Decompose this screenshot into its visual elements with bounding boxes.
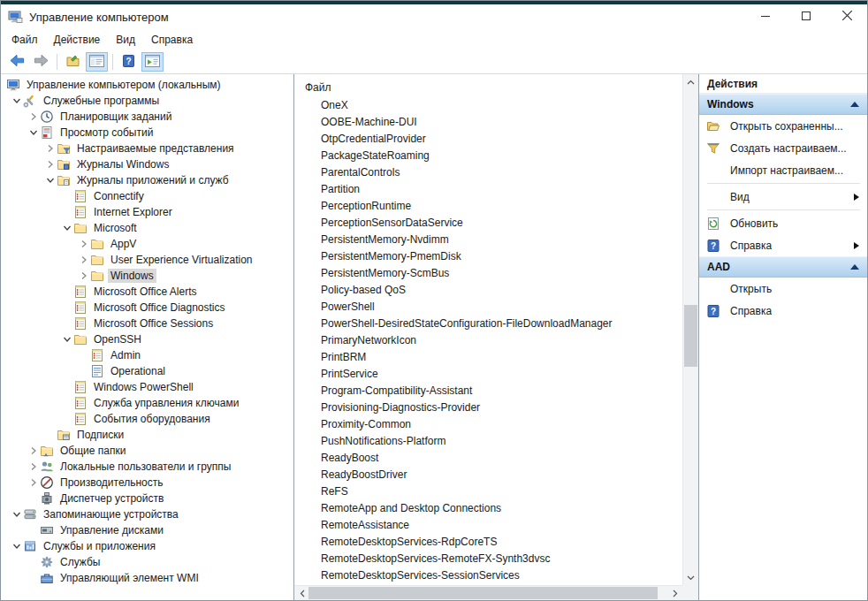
list-item[interactable]: PowerShell	[305, 299, 682, 316]
tree-item[interactable]: Планировщик заданий	[1, 109, 293, 125]
chevron-right-icon[interactable]	[77, 254, 90, 267]
list-item[interactable]: Proximity-Common	[305, 416, 682, 433]
tree-item[interactable]: Производительность	[1, 475, 293, 491]
collapse-up-icon[interactable]	[850, 102, 859, 107]
chevron-right-icon[interactable]	[43, 142, 57, 156]
chevron-right-icon[interactable]	[77, 238, 90, 251]
tree-item[interactable]: Служебные программы	[1, 93, 293, 109]
tree-item[interactable]: Служба управления ключами	[1, 395, 293, 411]
chevron-right-icon[interactable]	[27, 445, 40, 458]
list-item[interactable]: OneX	[305, 97, 682, 114]
tree-item[interactable]: Журналы приложений и служб	[1, 172, 293, 188]
maximize-button[interactable]	[786, 4, 826, 29]
console-tree-button[interactable]	[86, 52, 108, 72]
tree-item[interactable]: Microsoft Office Alerts	[1, 284, 293, 300]
chevron-down-icon[interactable]	[60, 333, 73, 346]
tree-item[interactable]: Microsoft Office Sessions	[1, 316, 293, 331]
export-list-button[interactable]	[62, 52, 84, 72]
tree-item[interactable]: Подписки	[1, 427, 293, 443]
horizontal-scroll-thumb[interactable]	[308, 587, 658, 599]
tree-item[interactable]: Общие папки	[1, 443, 293, 459]
list-item[interactable]: Provisioning-Diagnostics-Provider	[305, 399, 682, 416]
tree-item[interactable]: Microsoft	[1, 220, 293, 236]
list-item[interactable]: RemoteApp and Desktop Connections	[305, 500, 682, 517]
list-item[interactable]: RemoteAssistance	[305, 517, 682, 534]
horizontal-scrollbar[interactable]	[294, 585, 682, 600]
menu-item-3[interactable]: Справка	[143, 31, 201, 49]
list-item[interactable]: RemoteDesktopServices-RemoteFX-Synth3dvs…	[305, 551, 682, 567]
chevron-right-icon[interactable]	[27, 476, 40, 490]
list-item[interactable]: PersistentMemory-ScmBus	[305, 265, 682, 282]
scroll-down-icon[interactable]	[683, 570, 698, 585]
scroll-left-icon[interactable]	[294, 586, 309, 600]
tree-item[interactable]: События оборудования	[1, 411, 293, 427]
tree-item[interactable]: Microsoft Office Diagnostics	[1, 300, 293, 316]
list-item[interactable]: PerceptionSensorDataService	[305, 215, 682, 232]
chevron-down-icon[interactable]	[10, 508, 23, 521]
list-item[interactable]: Partition	[305, 181, 682, 198]
column-header-file[interactable]: Файл	[305, 79, 682, 97]
list-item[interactable]: PowerShell-DesiredStateConfiguration-Fil…	[305, 316, 682, 332]
list-item[interactable]: ReFS	[305, 483, 682, 500]
chevron-right-icon[interactable]	[77, 270, 90, 283]
action-item[interactable]: Импорт настраиваем...	[699, 159, 867, 181]
chevron-down-icon[interactable]	[10, 540, 23, 553]
chevron-down-icon[interactable]	[60, 222, 73, 235]
list-item[interactable]: RemoteDesktopServices-RdpCoreTS	[305, 534, 682, 551]
back-button[interactable]	[6, 52, 28, 72]
list-item[interactable]: PersistentMemory-Nvdimm	[305, 232, 682, 248]
tree-item[interactable]: OpenSSH	[1, 331, 293, 347]
tree-item[interactable]: Internet Explorer	[1, 204, 293, 220]
tree-item[interactable]: Локальные пользователи и группы	[1, 459, 293, 475]
chevron-right-icon[interactable]	[43, 158, 57, 171]
tree-item[interactable]: Настраиваемые представления	[1, 141, 293, 156]
forward-button[interactable]	[30, 52, 52, 72]
list-item[interactable]: Program-Compatibility-Assistant	[305, 383, 682, 399]
scroll-up-icon[interactable]	[683, 74, 698, 89]
tree-item[interactable]: Connectify	[1, 188, 293, 204]
list-item[interactable]: PersistentMemory-PmemDisk	[305, 248, 682, 265]
list-item[interactable]: PerceptionRuntime	[305, 198, 682, 215]
tree-item[interactable]: Службы и приложения	[1, 538, 293, 554]
menu-item-0[interactable]: Файл	[4, 31, 46, 49]
action-section-header[interactable]: AAD	[699, 256, 867, 278]
action-item[interactable]: Создать настраиваем...	[699, 137, 867, 159]
tree-item[interactable]: Admin	[1, 347, 293, 363]
chevron-down-icon[interactable]	[10, 95, 23, 108]
action-item[interactable]: Открыть сохраненны...	[699, 115, 867, 137]
tree-item[interactable]: Управление дисками	[1, 522, 293, 538]
list-item[interactable]: ReadyBoost	[305, 450, 682, 467]
show-action-pane-button[interactable]	[141, 52, 164, 72]
vertical-scroll-thumb[interactable]	[684, 305, 697, 367]
chevron-right-icon[interactable]	[27, 460, 40, 474]
chevron-down-icon[interactable]	[43, 174, 57, 187]
tree-item[interactable]: Диспетчер устройств	[1, 491, 293, 506]
help-button[interactable]: ?	[118, 52, 140, 72]
chevron-right-icon[interactable]	[27, 110, 40, 124]
action-item[interactable]: Обновить	[699, 212, 867, 234]
action-item[interactable]: Вид	[699, 186, 867, 208]
list-item[interactable]: OtpCredentialProvider	[305, 131, 682, 148]
chevron-down-icon[interactable]	[27, 126, 40, 140]
collapse-up-icon[interactable]	[850, 264, 859, 270]
list-item[interactable]: Policy-based QoS	[305, 282, 682, 299]
list-item[interactable]: RemoteDesktopServices-SessionServices	[305, 567, 682, 584]
list-item[interactable]: ParentalControls	[305, 164, 682, 181]
tree-item[interactable]: Windows PowerShell	[1, 379, 293, 395]
list-item[interactable]: OOBE-Machine-DUI	[305, 114, 682, 131]
tree-item[interactable]: Журналы Windows	[1, 156, 293, 172]
minimize-button[interactable]	[745, 4, 786, 29]
action-item[interactable]: ?Справка	[699, 300, 867, 322]
tree-item[interactable]: Службы	[1, 554, 293, 570]
action-item[interactable]: ?Справка	[699, 234, 867, 256]
list-item[interactable]: PrimaryNetworkIcon	[305, 332, 682, 349]
tree-item[interactable]: Управляющий элемент WMI	[1, 570, 293, 586]
list-item[interactable]: ReadyBoostDriver	[305, 467, 682, 483]
action-section-header[interactable]: Windows	[699, 94, 867, 115]
tree-item[interactable]: User Experience Virtualization	[1, 252, 293, 268]
menu-item-1[interactable]: Действие	[46, 31, 109, 49]
list-item[interactable]: PrintService	[305, 366, 682, 383]
list-item[interactable]: PackageStateRoaming	[305, 148, 682, 164]
menu-item-2[interactable]: Вид	[108, 31, 143, 49]
tree-item[interactable]: Управление компьютером (локальным)	[1, 77, 293, 93]
